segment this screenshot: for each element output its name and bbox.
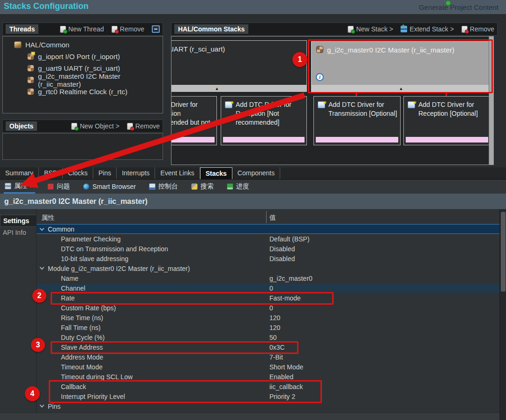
add-dtc-icon xyxy=(318,101,325,108)
tab-components[interactable]: Components xyxy=(232,167,280,179)
scrollbar-thumb[interactable] xyxy=(501,212,506,292)
property-row[interactable]: Channel 0 xyxy=(37,283,499,293)
property-row[interactable]: 10-bit slave addressing Disabled xyxy=(37,254,499,263)
property-row[interactable]: DTC on Transmission and Reception Disabl… xyxy=(37,244,499,254)
tab-interrupts[interactable]: Interrupts xyxy=(117,167,155,179)
tab-problems[interactable]: 问题 xyxy=(46,180,71,194)
new-object-button[interactable]: New Object > xyxy=(71,122,119,130)
extend-stack-button[interactable]: Extend Stack > xyxy=(401,25,454,33)
vertical-scrollbar[interactable] xyxy=(499,209,506,420)
stacks-panel-title: HAL/Common Stacks xyxy=(174,24,248,34)
objects-list[interactable] xyxy=(2,133,163,160)
new-stack-icon xyxy=(348,26,354,33)
uart-stack-card[interactable]: g_uart9 UART (r_sci_uart) xyxy=(171,40,307,92)
dtc-card-uart-transmission[interactable]: Add DTC Driver for Transmission [Recomme… xyxy=(171,96,217,145)
tab-smart-browser[interactable]: Smart Browser xyxy=(82,180,137,194)
property-row[interactable]: Duty Cycle (%) 50 xyxy=(37,332,499,342)
threads-panel-header: Threads New Thread Remove xyxy=(2,22,163,36)
optional-module-bar xyxy=(223,137,305,142)
expand-strip[interactable] xyxy=(171,85,306,91)
new-stack-button[interactable]: New Stack > xyxy=(348,25,393,33)
tab-console[interactable]: 控制台 xyxy=(148,180,179,194)
problems-icon xyxy=(47,183,54,190)
stacks-configuration-window: Stacks Configuration Generate Project Co… xyxy=(0,0,506,420)
module-icon xyxy=(27,53,34,60)
dtc-card-i2c-reception[interactable]: Add DTC Driver for Reception [Optional] xyxy=(403,96,491,145)
dtc-card-i2c-transmission[interactable]: Add DTC Driver for Transmission [Optiona… xyxy=(313,96,401,145)
threads-panel-title: Threads xyxy=(6,24,38,34)
annotation-step-1: 1 xyxy=(292,52,307,67)
property-row[interactable]: Parameter Checking Default (BSP) xyxy=(37,234,499,244)
tab-search[interactable]: 搜索 xyxy=(190,180,215,194)
progress-icon xyxy=(227,183,233,190)
collapse-all-icon[interactable] xyxy=(152,25,160,33)
property-row[interactable]: Timeout Mode Short Mode xyxy=(37,362,499,372)
optional-module-bar xyxy=(316,137,398,142)
remove-stack-button[interactable]: Remove xyxy=(461,25,494,33)
table-header: 属性 值 xyxy=(37,209,499,224)
hal-common-icon xyxy=(14,41,22,48)
optional-module-bar xyxy=(406,137,488,142)
column-header-property: 属性 xyxy=(41,214,54,222)
module-icon xyxy=(27,65,34,72)
search-icon xyxy=(191,183,198,190)
tab-progress[interactable]: 进度 xyxy=(226,180,250,194)
remove-icon xyxy=(112,26,118,33)
tab-stacks[interactable]: Stacks xyxy=(200,167,232,179)
remove-object-button[interactable]: Remove xyxy=(127,122,160,130)
new-thread-button[interactable]: New Thread xyxy=(60,25,104,33)
module-icon xyxy=(27,88,34,95)
tree-item-hal-common[interactable]: HAL/Common xyxy=(3,39,163,51)
add-dtc-icon xyxy=(225,101,232,108)
threads-tree: HAL/Common g_ioport I/O Port (r_ioport) … xyxy=(2,36,163,113)
tab-clocks[interactable]: Clocks xyxy=(63,167,93,179)
generate-project-content-button[interactable]: Generate Project Content xyxy=(419,3,499,11)
page-title: Stacks Configuration xyxy=(4,1,89,11)
annotation-step-3: 3 xyxy=(31,338,45,352)
properties-title: g_i2c_master0 I2C Master (r_iic_master) xyxy=(0,194,506,209)
property-row[interactable]: Name g_i2c_master0 xyxy=(37,273,499,283)
close-icon[interactable] xyxy=(30,182,34,190)
property-row-module-section[interactable]: Module g_i2c_master0 I2C Master (r_iic_m… xyxy=(37,263,499,273)
remove-icon xyxy=(461,26,468,33)
objects-panel-header: Objects New Object > Remove xyxy=(2,120,163,133)
dtc-card-uart-reception[interactable]: Add DTC Driver for Reception [Not recomm… xyxy=(221,96,307,145)
objects-panel-title: Objects xyxy=(6,121,37,131)
expand-up-icon xyxy=(215,83,219,91)
annotation-box-slave-address xyxy=(51,341,298,354)
remove-icon xyxy=(127,123,133,130)
annotation-box-selected-stack xyxy=(308,39,493,93)
optional-module-bar xyxy=(171,137,215,142)
smart-browser-icon xyxy=(83,183,89,190)
annotation-box-callback-priority xyxy=(49,380,322,403)
new-thread-icon xyxy=(60,26,66,33)
module-icon xyxy=(27,76,34,83)
tab-bsp[interactable]: BSP xyxy=(39,167,63,179)
header-bar: Stacks Configuration Generate Project Co… xyxy=(0,0,506,14)
tab-event-links[interactable]: Event Links xyxy=(155,167,200,179)
tree-item-i2c-master[interactable]: g_i2c_master0 I2C Master (r_iic_master) xyxy=(3,74,163,86)
horizontal-scrollbar[interactable] xyxy=(0,412,499,420)
property-row[interactable]: Rise Time (ns) 120 xyxy=(37,313,499,322)
configuration-tabs: Summary BSP Clocks Pins Interrupts Event… xyxy=(0,167,506,180)
sidebar-tab-api-info[interactable]: API Info xyxy=(0,227,36,238)
sidebar-tab-settings[interactable]: Settings xyxy=(0,215,36,227)
view-tab-bar: 属性 问题 Smart Browser 控制台 搜索 进度 xyxy=(0,180,506,194)
tab-pins[interactable]: Pins xyxy=(93,167,117,179)
annotation-box-rate xyxy=(51,292,334,305)
add-dtc-icon xyxy=(408,101,415,108)
property-row[interactable]: Fall Time (ns) 120 xyxy=(37,322,499,332)
console-icon xyxy=(149,183,156,190)
column-divider[interactable] xyxy=(266,211,267,223)
properties-icon xyxy=(5,183,11,189)
tab-summary[interactable]: Summary xyxy=(0,167,39,179)
remove-thread-button[interactable]: Remove xyxy=(112,25,144,33)
new-object-icon xyxy=(71,123,77,130)
tree-item-ioport[interactable]: g_ioport I/O Port (r_ioport) xyxy=(3,51,163,62)
extend-stack-icon xyxy=(401,26,407,32)
column-header-value: 值 xyxy=(269,214,276,222)
property-row-common[interactable]: Common xyxy=(37,224,499,234)
annotation-step-4: 4 xyxy=(25,386,40,401)
generate-icon xyxy=(446,0,451,6)
tab-properties[interactable]: 属性 xyxy=(4,180,35,194)
